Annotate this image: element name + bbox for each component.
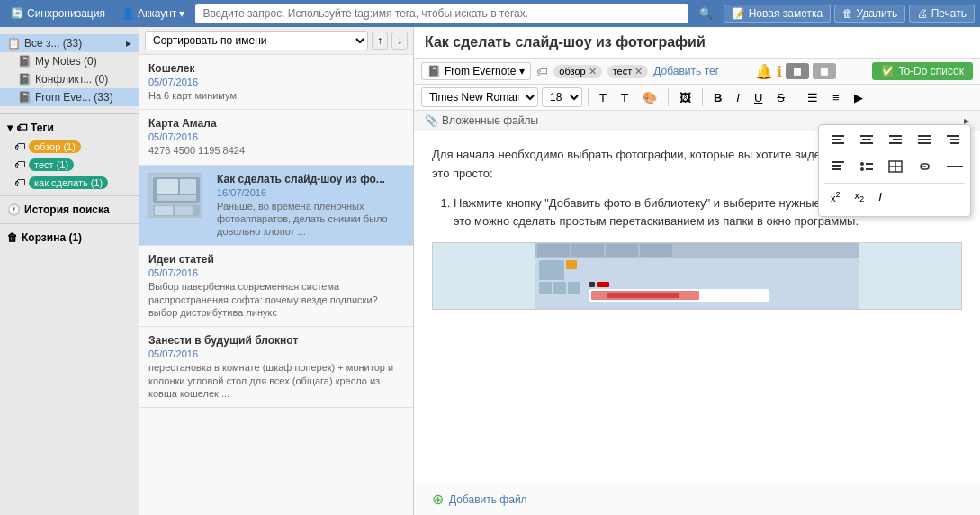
list-item[interactable]: Занести в будущий блокнот 05/07/2016 пер… [139,327,413,408]
sidebar-item-from-evernote[interactable]: 📓 From Eve... (33) [0,88,139,106]
sync-button[interactable]: 🔄 Синхронизация [5,5,111,22]
sidebar-item-conflicts[interactable]: 📓 Конфликт... (0) [0,70,139,88]
sidebar-tag-kak-sdelat[interactable]: 🏷 как сделать (1) [0,174,139,192]
list-ul-button[interactable]: ☰ [802,88,823,107]
tb-sep-2 [668,88,669,106]
tag-remove-test[interactable]: ✕ [634,66,643,77]
tag1-label: обзор (1) [29,140,81,153]
italic-button[interactable]: I [731,88,745,107]
bold-button[interactable]: B [708,88,727,107]
tags-arrow-icon: ▾ [7,122,13,134]
svg-rect-10 [537,244,570,257]
share-button[interactable]: ◼ [786,63,809,79]
todo-button[interactable]: ✅ To-Do список [872,62,973,80]
ft-indent-button[interactable] [940,131,967,153]
options-button[interactable]: ◼ [813,63,836,79]
sidebar-tag-test[interactable]: 🏷 тест (1) [0,156,139,174]
font-select[interactable]: Times New Roman [421,87,538,107]
underline-button[interactable]: U [749,88,768,107]
sync-label: Синхронизация [27,7,105,20]
sidebar-item-all-notes[interactable]: 📋 Все з... (33) ▸ [0,34,139,52]
svg-rect-12 [606,244,638,257]
highlight-button[interactable]: T̲ [616,88,634,107]
notebook-icon-small: 📓 [427,65,441,77]
new-note-button[interactable]: 📝 Новая заметка [724,5,831,23]
attachments-label: Вложенные файлы [442,114,538,127]
search-button[interactable]: 🔍 [694,5,718,22]
svg-point-44 [860,167,864,171]
tags-header[interactable]: ▾ 🏷 Теги [0,118,139,138]
ft-align-center-button[interactable] [853,131,880,153]
info-icon[interactable]: ℹ [777,63,782,80]
add-file-bar[interactable]: ⊕ Добавить файл [414,483,980,515]
svg-rect-7 [157,195,196,201]
sort-desc-button[interactable]: ↓ [391,32,408,50]
list-item[interactable]: Как сделать слайд-шоу из фо... 16/07/201… [139,166,413,247]
sidebar-item-my-notes[interactable]: 📓 My Notes (0) [0,52,139,70]
trash-label: Корзина (1) [22,231,82,244]
add-file-icon: ⊕ [432,491,444,508]
tag-icon-3: 🏷 [14,176,25,189]
notebook-select[interactable]: 📓 From Evernote ▾ [421,62,531,80]
account-button[interactable]: 👤 Аккаунт ▾ [116,5,190,22]
tag3-label: как сделать (1) [29,176,108,189]
ft-hr-button[interactable] [940,157,970,179]
list-ol-button[interactable]: ≡ [827,88,845,107]
sidebar-tag-obzor[interactable]: 🏷 обзор (1) [0,138,139,156]
svg-rect-17 [553,282,566,294]
sidebar: 📋 Все з... (33) ▸ 📓 My Notes (0) 📓 Конфл… [0,27,139,515]
search-input[interactable] [195,4,688,23]
ft-align-left-button[interactable] [824,131,851,153]
account-chevron-icon: ▾ [179,7,184,20]
ft-outdent-button[interactable] [824,157,851,179]
tag-remove-obzor[interactable]: ✕ [589,66,597,77]
ft-subscript-button[interactable]: x2 [849,186,871,207]
tag-chip-test: тест ✕ [607,65,649,78]
image-button[interactable]: 🖼 [674,88,697,107]
list-item[interactable]: Карта Амала 05/07/2016 4276 4500 1195 84… [139,110,413,165]
account-label: Аккаунт [138,7,176,20]
tags-icon: 🏷 [16,122,27,134]
ft-align-right-button[interactable] [882,131,909,153]
all-notes-icon: 📋 [7,37,21,50]
ft-table-button[interactable] [882,157,909,179]
from-evernote-label: From Eve... (33) [35,91,113,104]
list-item[interactable]: Кошелек 05/07/2016 На 6 карт минимум [139,55,413,110]
editor-area: Как сделать слайд-шоу из фотографий 📓 Fr… [414,27,980,515]
trash-icon: 🗑 [7,231,18,244]
ft-link-button[interactable] [911,157,938,179]
add-tag-button[interactable]: Добавить тег [653,65,719,77]
ft-superscript-button[interactable]: x2 [824,186,847,207]
content-screenshot [432,242,962,310]
strikethrough-button[interactable]: S [771,88,790,107]
account-icon: 👤 [121,7,135,20]
bell-icon[interactable]: 🔔 [755,63,773,80]
size-select[interactable]: 18 [542,87,582,107]
divider-1 [0,113,139,114]
floating-toolbar: x2 x2 I [818,124,971,217]
tag-chip-obzor: обзор ✕ [553,65,601,78]
svg-rect-11 [571,244,604,257]
ft-list-ul-button2[interactable] [853,157,880,179]
delete-button[interactable]: 🗑 Удалить [834,5,905,23]
paint-button[interactable]: 🎨 [637,88,662,107]
trash-header[interactable]: 🗑 Корзина (1) [0,228,139,248]
topbar: 🔄 Синхронизация 👤 Аккаунт ▾ 🔍 📝 Новая за… [0,0,980,27]
expand-button[interactable]: ▶ [849,88,868,107]
print-button[interactable]: 🖨 Печать [909,5,975,23]
ft-justify-button[interactable] [911,131,938,153]
svg-rect-20 [597,282,609,287]
sort-asc-button[interactable]: ↑ [372,32,388,50]
sort-select[interactable]: Сортировать по имени [145,31,368,50]
evernote-icon: 📓 [18,91,31,104]
svg-rect-19 [589,282,595,287]
ft-clear-format-button[interactable]: I [872,186,888,207]
list-item[interactable]: Идеи статей 05/07/2016 Выбор павербенка … [139,246,413,327]
text-color-button[interactable]: T [594,88,612,107]
conflict-icon: 📓 [18,73,31,86]
svg-rect-15 [566,260,577,269]
topbar-right: 📝 Новая заметка 🗑 Удалить 🖨 Печать [724,5,975,23]
ft-row-2 [824,157,965,179]
history-header[interactable]: 🕐 История поиска [0,200,139,220]
main-layout: 📋 Все з... (33) ▸ 📓 My Notes (0) 📓 Конфл… [0,27,980,515]
